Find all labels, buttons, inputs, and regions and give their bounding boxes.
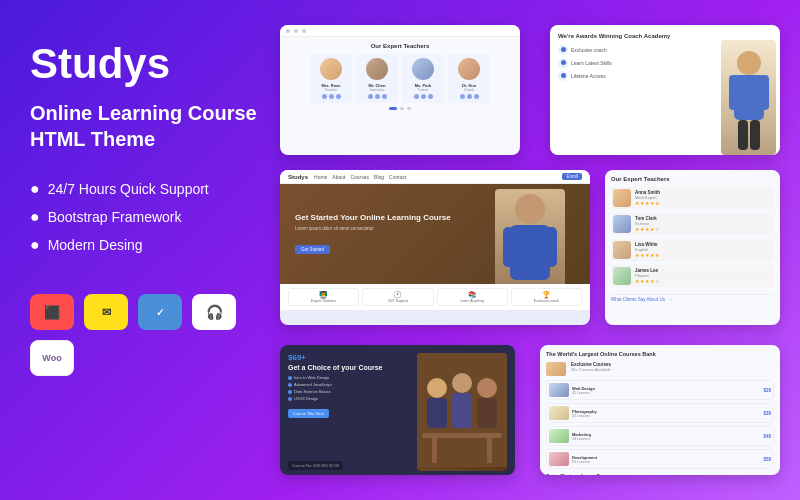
stat-support-label: 24/7 Support [388,299,408,303]
course-item-1: Web Design 45 Lessons $29 [546,380,774,400]
course-features: Intro to Web Design Advanced JavaScript … [288,375,409,401]
feature-item-3: ● Modern Desing [30,236,260,254]
feature-item-1: ● 24/7 Hours Quick Support [30,180,260,198]
feature-dot [288,397,292,401]
feature-dot [288,390,292,394]
bullet-icon: ● [30,208,40,226]
award-feature-3: Lifetime Access [558,71,704,81]
feature-text-1: Intro to Web Design [294,375,329,380]
course-meta-2: 32 Lessons [572,414,760,418]
teacher-role-2: Instructor [370,88,385,92]
screenshot-hero: Studys Home About Courses Blog Contact E… [280,170,590,325]
mailchimp-badge[interactable]: ✉ [84,294,128,330]
elementor-icon: ⬛ [44,305,60,320]
feature-text-2: Advanced JavaScript [294,382,332,387]
teacher-cards: Mrs. Rose Teacher Mr. Chen Instructor [286,54,514,103]
course-bottom-section: Get a Choice of your Course [546,473,774,475]
nav-cta-button[interactable]: Enroll [562,173,582,180]
screenshot-awards: We're Awards Winning Coach Academy Exclu… [550,25,780,155]
left-panel: Studys Online Learning Course HTML Theme… [30,40,260,376]
svg-rect-8 [503,227,515,267]
hero-content: Studys Home About Courses Blog Contact E… [280,170,590,325]
star: ★ [635,278,639,284]
course-choice-left: $69+ Get a Choice of your Course Intro t… [288,353,409,471]
course-items: Web Design 45 Lessons $29 Photography 32… [546,380,774,469]
svg-rect-5 [750,120,760,150]
svg-point-15 [477,378,497,398]
nav-links: Home About Courses Blog Contact [314,174,556,180]
awards-left: We're Awards Winning Coach Academy Exclu… [558,33,704,147]
courses-list-content: The World's Largest Online Courses Bank … [540,345,780,475]
teacher-list-info-4: James Lee Physics ★★★★★ [635,268,772,284]
trx-icon: ✓ [156,307,164,318]
get-choice-label: Get a Choice of your Course [546,473,614,475]
stat-support: 🕐 24/7 Support [362,288,433,306]
hero-cta-button[interactable]: Get Started [295,245,330,254]
teacher-list-rating-3: ★★★★★ [635,252,772,258]
bullet-icon: ● [30,180,40,198]
courses-header-row: Exclusive Courses 50+ Courses Available [546,362,774,376]
teacher-list-rating-4: ★★★★★ [635,278,772,284]
teacher-card-4: Dr. Kim Coach [448,54,490,103]
course-enroll-button[interactable]: Course Title Here [288,409,329,418]
teachers-right-content: Our Expert Teachers Anna Smith Math Expe… [605,170,780,308]
teachers-icon: 👨‍🏫 [319,291,328,299]
course-feature-4: UX/UI Design [288,396,409,401]
svg-rect-2 [729,75,739,110]
elementor-badge[interactable]: ⬛ [30,294,74,330]
svg-rect-19 [487,438,492,463]
course-meta-4: 60 Lessons [572,460,760,464]
star: ★ [650,226,654,232]
svg-point-6 [515,194,545,224]
teacher-card-3: Ms. Park Trainer [402,54,444,103]
coach-icon: 🏆 [542,291,551,299]
social-dot [368,94,373,99]
teachers-right-cards: Anna Smith Math Expert ★★★★★ Tom Clark S… [611,187,774,302]
svg-rect-3 [759,75,769,110]
course-meta-3: 28 Lessons [572,437,760,441]
stat-teachers: 👨‍🏫 Expert Teachers [288,288,359,306]
star: ★ [645,252,649,258]
social-dot [382,94,387,99]
award-feature-text-3: Lifetime Access [571,73,606,79]
social-dot [474,94,479,99]
stat-teachers-label: Expert Teachers [311,299,336,303]
svg-point-0 [737,51,761,75]
nav-dot [302,29,306,33]
svg-rect-9 [545,227,557,267]
teacher-list-info-2: Tom Clark Science ★★★★★ [635,216,772,232]
screenshot-course-choice: $69+ Get a Choice of your Course Intro t… [280,345,515,475]
teachers-content: Our Expert Teachers Mrs. Rose Teacher Mr… [280,37,520,116]
teacher-socials-3 [414,94,433,99]
star: ★ [635,252,639,258]
svg-rect-7 [510,225,550,280]
course-choice-layout: $69+ Get a Choice of your Course Intro t… [288,353,507,471]
course-feature-2: Advanced JavaScript [288,382,409,387]
star: ★ [645,226,649,232]
trx-badge[interactable]: ✓ [138,294,182,330]
teacher-list-info-1: Anna Smith Math Expert ★★★★★ [635,190,772,206]
teacher-list-rating-1: ★★★★★ [635,200,772,206]
stat-coach: 🏆 Exclusive coach [511,288,582,306]
course-thumb-3 [549,429,569,443]
social-dot [428,94,433,99]
person-image [721,40,776,155]
course-thumb-4 [549,452,569,466]
course-choice-title: Get a Choice of your Course [288,364,409,372]
contact-info: Course No: 000 000 00 00 [288,461,343,470]
woocommerce-badge[interactable]: Woo [30,340,74,376]
svg-rect-12 [427,398,447,428]
teacher-socials-1 [322,94,341,99]
course-item-4: Development 60 Lessons $59 [546,449,774,469]
what-they-say-link[interactable]: What Clients Say About Us → [611,294,774,302]
award-feature-icon [558,45,568,55]
teacher-role-4: Coach [464,88,474,92]
feature-text-3: Data Science Basics [294,389,331,394]
teacher-socials-4 [460,94,479,99]
screenshot-courses-list: The World's Largest Online Courses Bank … [540,345,780,475]
course-featured-meta: 50+ Courses Available [571,367,774,372]
awards-right [712,33,772,147]
headphone-badge[interactable]: 🎧 [192,294,236,330]
course-featured-thumb [546,362,566,376]
teacher-avatar-1 [320,58,342,80]
